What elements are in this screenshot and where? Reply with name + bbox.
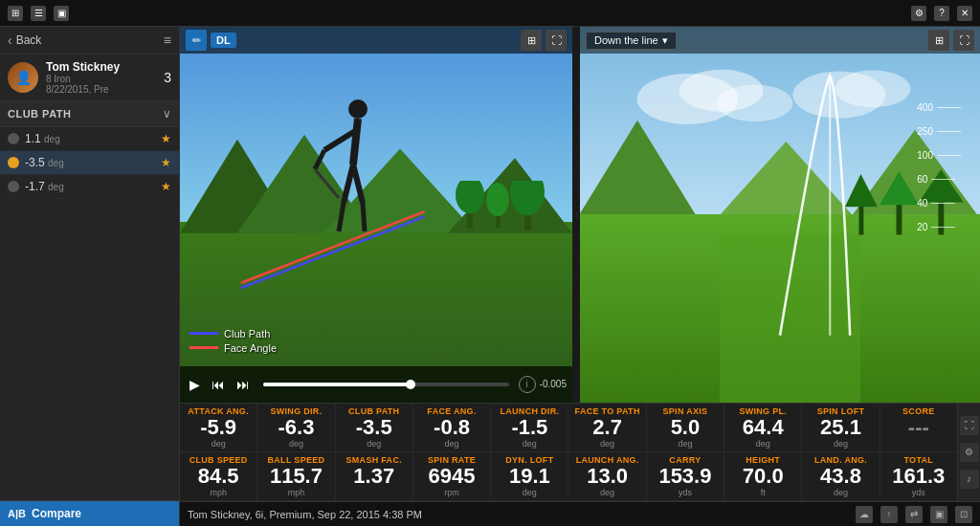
yard-100-line [937,155,961,156]
stat-dyn-loft: DYN. LOFT 19.1 deg [491,452,568,500]
progress-thumb [406,380,415,389]
bottom-bar: Tom Stickney, 6i, Premium, Sep 22, 2015 … [180,501,980,526]
compare-button[interactable]: A|B Compare [0,500,179,526]
yard-60-line [931,179,955,180]
star-icon-3[interactable]: ★ [161,180,171,193]
back-button[interactable]: ‹ Back [8,33,41,48]
view-dropdown-button[interactable]: Down the line ▾ [586,32,677,50]
stat-launch-dir: LAUNCH DIR. -1.5 deg [491,404,568,451]
dyn-loft-unit: deg [495,488,564,497]
launch-ang-value: 13.0 [572,465,641,488]
metric-item-2[interactable]: -3.5 deg ★ [0,151,179,175]
stat-smash-fac: SMASH FAC. 1.37 [336,452,413,500]
right-fullscreen-button[interactable]: ⛶ [953,30,974,51]
star-icon-2[interactable]: ★ [161,156,171,169]
stats-wrapper: ATTACK ANG. -5.9 deg SWING DIR. -6.3 deg… [180,404,980,501]
stat-club-path: CLUB PATH -3.5 deg [336,404,413,451]
metric-item-1[interactable]: 1.1 deg ★ [0,127,179,151]
spin-axis-value: 5.0 [651,416,720,439]
content-area: ✏ DL ⊞ ⛶ [180,27,980,526]
spin-axis-unit: deg [651,439,720,449]
progress-bar[interactable] [263,383,509,386]
yard-40-label: 40 [917,198,927,208]
metric-value-1: 1.1 deg [25,132,155,145]
spin-rate-unit: rpm [417,488,486,497]
yard-20-label: 20 [917,222,927,232]
skip-back-button[interactable]: ⏮ [208,375,229,394]
metric-value-3: -1.7 deg [25,180,155,193]
top-bar-left: ⊞ ☰ ▣ [8,6,69,21]
metric-item-3[interactable]: -1.7 deg ★ [0,175,179,199]
upload-icon[interactable]: ↑ [880,506,898,523]
share-icon[interactable]: ⇄ [905,506,923,523]
launch-dir-value: -1.5 [495,416,564,439]
play-button[interactable]: ▶ [186,375,204,394]
main-content: ‹ Back ≡ 👤 Tom Stickney 8 Iron 8/22/2015… [0,27,980,526]
stat-swing-dir: SWING DIR. -6.3 deg [257,404,335,451]
monitor-icon[interactable]: ▣ [930,506,947,523]
fullscreen-button[interactable]: ⛶ [546,30,567,51]
yard-250-label: 250 [917,126,933,137]
svg-point-10 [348,99,368,119]
grid-view-button[interactable]: ⊞ [521,30,542,51]
list-icon[interactable]: ☰ [31,6,46,21]
metric-dot-3 [8,181,19,192]
svg-line-14 [315,169,339,198]
window-icon[interactable]: ▣ [54,6,69,21]
spin-rate-value: 6945 [417,465,486,488]
dl-badge: DL [211,33,236,48]
stats-row-2: CLUB SPEED 84.5 mph BALL SPEED 115.7 mph… [180,452,957,501]
settings-icon[interactable]: ⚙ [911,6,926,21]
carry-unit: yds [651,488,720,497]
cloud-icon[interactable]: ☁ [856,506,873,523]
sidebar-header: ‹ Back ≡ [0,27,179,55]
question-icon[interactable]: ? [934,6,949,21]
svg-line-12 [324,131,355,150]
yard-250: 250 [917,126,961,137]
club-path-color [189,332,218,335]
pencil-tool-button[interactable]: ✏ [186,30,207,51]
copy-icon[interactable]: ⊡ [955,506,972,523]
carry-value: 153.9 [651,465,720,488]
stats-main: ATTACK ANG. -5.9 deg SWING DIR. -6.3 deg… [180,404,957,501]
face-to-path-value: 2.7 [572,416,641,439]
close-icon[interactable]: ✕ [957,6,972,21]
compare-label: Compare [32,507,81,520]
club-path-unit: deg [340,439,409,449]
land-ang-value: 43.8 [806,465,875,488]
divider-icon: ⋮ [573,210,579,219]
volume-stats-button[interactable]: ♪ [960,470,979,489]
dropdown-arrow-icon: ▾ [662,34,668,47]
stats-area: ATTACK ANG. -5.9 deg SWING DIR. -6.3 deg… [180,403,980,501]
stat-land-ang: LAND. ANG. 43.8 deg [802,452,880,500]
expand-stats-button[interactable]: ⛶ [960,416,979,435]
stats-side-panel: ⛶ ⚙ ♪ [957,404,980,501]
menu-icon[interactable]: ≡ [164,33,171,48]
stat-spin-loft: SPIN LOFT 25.1 deg [802,404,880,451]
stat-launch-ang: LAUNCH ANG. 13.0 deg [568,452,646,500]
total-value: 161.3 [884,465,953,488]
ball-speed-value: 115.7 [261,465,330,488]
spin-loft-value: 25.1 [806,416,875,439]
spin-loft-unit: deg [806,439,875,449]
stat-total: TOTAL 161.3 yds [880,452,957,500]
stat-club-speed: CLUB SPEED 84.5 mph [180,452,257,500]
attack-ang-unit: deg [184,439,253,449]
metric-dot-2 [8,157,19,168]
stat-attack-ang: ATTACK ANG. -5.9 deg [180,404,257,451]
swing-pl-unit: deg [728,439,797,449]
right-grid-button[interactable]: ⊞ [928,30,949,51]
section-header[interactable]: CLUB PATH ∨ [0,101,179,127]
panel-divider[interactable]: ⋮ [572,27,580,403]
yard-400: 400 [917,102,961,113]
height-value: 70.0 [728,465,797,488]
skip-forward-button[interactable]: ⏭ [233,375,254,394]
info-button[interactable]: i [519,376,536,393]
avatar: 👤 [8,62,38,93]
star-icon-1[interactable]: ★ [161,132,171,145]
grid-icon[interactable]: ⊞ [8,6,23,21]
stat-spin-axis: SPIN AXIS 5.0 deg [647,404,724,451]
yard-100: 100 [917,150,961,161]
settings-stats-button[interactable]: ⚙ [960,443,979,462]
user-sub2: 8/22/2015, Pre [46,84,156,95]
